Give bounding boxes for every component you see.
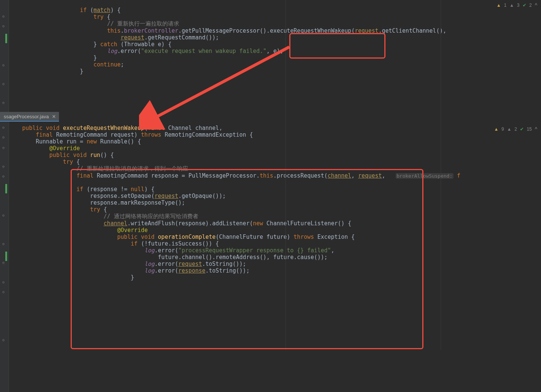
gutter: ⊖ ⊖ ⊖ ⊖ ⊖ ⊖ ⊖ ⊖ ⊖ ⊖ ⊖ ⊖ ⊖ ⊖ ⊖ ⊖ xyxy=(0,0,9,392)
warn-count: 1 xyxy=(504,3,506,8)
ok-icon: ✔ xyxy=(523,3,526,8)
lower-code-block[interactable]: public void executeRequestWhenWakeup(fin… xyxy=(12,125,460,281)
fold-icon[interactable]: ⊖ xyxy=(2,14,6,18)
warning-icon: ▲ xyxy=(494,127,499,132)
fold-icon[interactable]: ⊖ xyxy=(2,101,6,104)
weak-warning-icon: ▲ xyxy=(509,3,514,8)
change-marker xyxy=(5,252,7,261)
fold-icon[interactable]: ⊖ xyxy=(2,280,6,284)
warn-count: 9 xyxy=(502,127,504,132)
ok-count: 2 xyxy=(529,3,532,8)
change-marker xyxy=(5,34,7,43)
inspections-top[interactable]: ▲1 ▲3 ✔2 ^ xyxy=(497,2,537,8)
change-marker xyxy=(5,184,7,193)
fold-icon[interactable]: ⊖ xyxy=(2,24,6,28)
fold-icon[interactable]: ⊖ xyxy=(2,338,6,342)
chevron-up-icon[interactable]: ^ xyxy=(535,2,537,8)
weak-count: 2 xyxy=(514,127,517,132)
fold-icon[interactable]: ⊖ xyxy=(2,261,6,264)
ok-count: 15 xyxy=(527,127,532,132)
tab-label: ssageProcessor.java xyxy=(4,114,49,119)
wrap-guide xyxy=(286,0,286,350)
fold-icon[interactable]: ⊖ xyxy=(2,164,6,168)
fold-icon[interactable]: ⊖ xyxy=(2,63,6,67)
tab-file[interactable]: ssageProcessor.java ✕ xyxy=(0,112,59,122)
fold-icon[interactable]: ⊖ xyxy=(2,146,6,149)
editor-tabs: ssageProcessor.java ✕ xyxy=(0,112,59,122)
close-icon[interactable]: ✕ xyxy=(52,114,56,119)
upper-code-block[interactable]: } if (match) { try { // 重新执行一遍拉 xyxy=(12,0,446,75)
inspections-bottom[interactable]: ▲9 ▲2 ✔15 ^ xyxy=(494,126,537,132)
weak-count: 3 xyxy=(517,3,520,8)
fold-icon[interactable]: ⊖ xyxy=(2,135,6,139)
fold-icon[interactable]: ⊖ xyxy=(2,174,6,178)
fold-icon[interactable]: ⊖ xyxy=(2,125,6,129)
ok-icon: ✔ xyxy=(520,127,524,132)
chevron-up-icon[interactable]: ^ xyxy=(535,126,537,132)
fold-icon[interactable]: ⊖ xyxy=(2,242,6,246)
fold-icon[interactable]: ⊖ xyxy=(2,213,6,217)
fold-icon[interactable]: ⊖ xyxy=(2,82,6,86)
code-editor[interactable]: ⊖ ⊖ ⊖ ⊖ ⊖ ⊖ ⊖ ⊖ ⊖ ⊖ ⊖ ⊖ ⊖ ⊖ ⊖ ⊖ } xyxy=(0,0,541,392)
warning-icon: ▲ xyxy=(497,3,501,8)
fold-icon[interactable]: ⊖ xyxy=(2,290,6,294)
wrap-guide xyxy=(441,0,441,350)
weak-warning-icon: ▲ xyxy=(507,127,511,132)
